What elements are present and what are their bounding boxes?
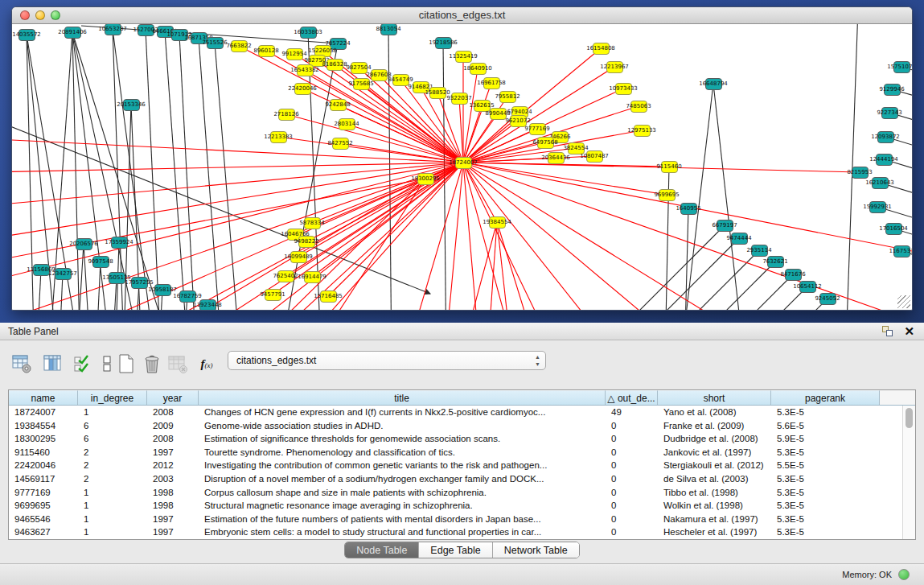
graph-node-16210643[interactable]: 16210643	[872, 177, 889, 189]
graph-node-22420046[interactable]: 22420046	[294, 83, 311, 95]
graph-node-9115460[interactable]: 9115460	[661, 161, 678, 173]
graph-node-2935114[interactable]: 2935114	[751, 245, 768, 257]
close-panel-icon[interactable]: ✕	[904, 324, 914, 339]
table-row[interactable]: 969969511998Structural magnetic resonanc…	[9, 499, 915, 513]
graph-node-13505135[interactable]: 13505135	[109, 272, 125, 284]
graph-node-20364436[interactable]: 20364436	[548, 152, 565, 164]
select-rows-button[interactable]	[71, 352, 95, 376]
graph-node-17016504[interactable]: 17016504	[885, 223, 902, 235]
graph-node-9777169[interactable]: 9777169	[529, 123, 546, 135]
graph-node-9457791[interactable]: 9457791	[265, 289, 281, 301]
column-header-name[interactable]: name	[9, 390, 78, 405]
graph-node-16154808[interactable]: 16154808	[593, 43, 610, 55]
graph-node-20891406[interactable]: 20891406	[64, 27, 81, 39]
graph-node-1588520[interactable]: 1588520	[429, 87, 446, 99]
graph-node-8186328[interactable]: 8186328	[326, 59, 343, 71]
graph-node-16871358[interactable]: 16871358	[191, 32, 207, 44]
table-row[interactable]: 946554611997Estimation of the future num…	[9, 513, 915, 526]
graph-node-16961758[interactable]: 16961758	[483, 77, 500, 89]
graph-node-1527002[interactable]: 1527002	[138, 24, 154, 36]
table-row[interactable]: 946362711997Embryonic stem cells: a mode…	[9, 525, 915, 539]
graph-node-2867608[interactable]: 2867608	[371, 69, 388, 81]
graph-node-8454749[interactable]: 8454749	[392, 74, 409, 86]
graph-node-12213967[interactable]: 12213967	[606, 61, 623, 73]
table-row[interactable]: 911546021997Tourette syndrome. Phenomeno…	[9, 446, 915, 459]
graph-node-8813054[interactable]: 8813054	[380, 24, 397, 35]
delete-column-button-disabled[interactable]	[166, 352, 190, 376]
graph-node-8990448[interactable]: 8990448	[490, 108, 507, 120]
graph-node-7857224[interactable]: 7857224	[330, 38, 347, 50]
graph-node-20206576[interactable]: 20206576	[76, 238, 92, 250]
tab-edge-table[interactable]: Edge Table	[419, 542, 492, 558]
graph-node-1362615[interactable]: 1362615	[474, 100, 491, 112]
graph-node-18300295[interactable]: 18300295	[417, 173, 434, 185]
graph-node-16648794[interactable]: 16648794	[705, 78, 722, 90]
graph-node-10654112[interactable]: 10654112	[799, 281, 816, 293]
graph-node-12213383[interactable]: 12213383	[270, 131, 287, 143]
graph-node-9621072[interactable]: 9621072	[510, 115, 527, 127]
graph-node-9097548[interactable]: 9097548	[92, 256, 109, 268]
graph-node-16914479[interactable]: 16914479	[304, 271, 321, 283]
minimize-traffic-light-icon[interactable]	[35, 10, 45, 20]
network-canvas[interactable]: 1403557220891406106532871527002646616010…	[12, 24, 912, 310]
graph-node-16782759[interactable]: 16782759	[179, 290, 196, 303]
graph-node-8427552[interactable]: 8427552	[332, 138, 349, 150]
column-header-out_de[interactable]: △ out_de...	[606, 390, 658, 405]
graph-node-10958187[interactable]: 10958187	[154, 284, 171, 296]
graph-node-9146821[interactable]: 9146821	[413, 81, 429, 93]
graph-node-9498222[interactable]: 9498222	[298, 236, 315, 248]
vertical-scrollbar[interactable]	[902, 406, 915, 539]
graph-node-9474444[interactable]: 9474444	[731, 233, 748, 245]
graph-node-9227343[interactable]: 9227343	[881, 107, 898, 119]
graph-node-17359924[interactable]: 17359924	[111, 237, 128, 249]
graph-node-9827504[interactable]: 9827504	[351, 62, 368, 74]
function-builder-button[interactable]: f(x)	[195, 352, 219, 376]
graph-node-15716485[interactable]: 15716485	[320, 290, 337, 303]
new-table-button[interactable]	[114, 352, 138, 376]
graph-node-20153346[interactable]: 20153346	[123, 99, 140, 111]
graph-node-12444194[interactable]: 12444194	[876, 154, 893, 166]
graph-node-8215953[interactable]: 8215953	[852, 167, 869, 179]
graph-node-8471676[interactable]: 8471676	[785, 269, 802, 281]
tab-network-table[interactable]: Network Table	[493, 542, 579, 558]
table-row[interactable]: 2242004622012Investigating the contribut…	[9, 459, 915, 472]
graph-node-19218586[interactable]: 19218586	[435, 37, 452, 49]
close-traffic-light-icon[interactable]	[20, 10, 30, 20]
graph-node-1640955[interactable]: 1640955	[680, 203, 697, 215]
column-header-pagerank[interactable]: pagerank	[771, 390, 880, 405]
graph-node-2718126[interactable]: 2718126	[278, 109, 295, 121]
resize-grip[interactable]	[897, 295, 910, 308]
graph-node-15751074[interactable]: 15751074	[893, 61, 910, 73]
graph-node-9912954[interactable]: 9912954	[286, 48, 303, 60]
graph-node-7663822[interactable]: 7663822	[231, 40, 248, 52]
graph-node-10653287[interactable]: 10653287	[105, 24, 121, 35]
graph-node-16099489[interactable]: 16099489	[290, 251, 307, 263]
network-table-selector[interactable]: citations_edges.txt ▲▼	[228, 351, 546, 370]
network-window-titlebar[interactable]: citations_edges.txt	[12, 7, 912, 24]
graph-node-1071912[interactable]: 1071912	[171, 29, 188, 41]
table-row[interactable]: 1830029562008Estimation of significance …	[9, 432, 915, 446]
graph-node-9129946[interactable]: 9129946	[884, 84, 901, 96]
graph-node-17957255[interactable]: 17957255	[131, 277, 148, 289]
graph-node-9242848[interactable]: 9242848	[330, 99, 347, 111]
graph-node-18640910[interactable]: 18640910	[470, 63, 487, 75]
table-row[interactable]: 977716911998Corpus callosum shape and si…	[9, 486, 915, 500]
graph-node-12093872[interactable]: 12093872	[877, 131, 894, 143]
graph-node-7515526[interactable]: 7515526	[207, 37, 224, 49]
tab-node-table[interactable]: Node Table	[345, 542, 419, 558]
graph-node-9699695[interactable]: 9699695	[659, 189, 676, 201]
graph-node-11923448[interactable]: 11923448	[199, 299, 216, 311]
graph-node-7485063[interactable]: 7485063	[630, 101, 647, 113]
graph-node-11325419[interactable]: 11325419	[455, 51, 472, 63]
scrollbar-thumb[interactable]	[906, 408, 913, 428]
float-panel-icon[interactable]	[882, 326, 893, 337]
show-columns-button[interactable]	[40, 352, 64, 376]
graph-node-12342757[interactable]: 12342757	[55, 268, 72, 280]
graph-node-9245052[interactable]: 9245052	[819, 293, 836, 305]
graph-node-3824554[interactable]: 3824554	[568, 142, 585, 154]
graph-node-15992931[interactable]: 15992931	[869, 201, 886, 213]
delete-table-button[interactable]	[140, 352, 164, 376]
graph-node-14035572[interactable]: 14035572	[18, 29, 35, 41]
graph-node-19384554[interactable]: 19384554	[489, 216, 506, 229]
graph-node-7955812[interactable]: 7955812	[499, 91, 516, 103]
